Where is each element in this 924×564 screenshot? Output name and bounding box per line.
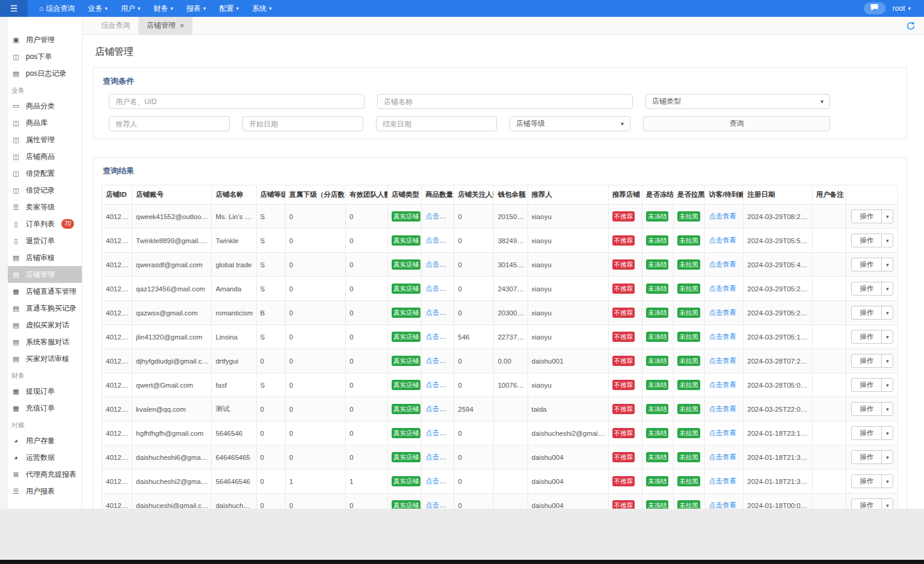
action-button[interactable]: 操作 ▾ — [851, 234, 893, 247]
sidebar-item[interactable]: ▤ 店铺审核 — [8, 249, 82, 266]
caret-down-icon[interactable]: ▾ — [881, 210, 893, 223]
username-input[interactable] — [109, 94, 365, 109]
sidebar-item[interactable]: ◫ 属性管理 — [8, 131, 82, 148]
tab[interactable]: 店铺管理 × — [138, 17, 192, 35]
sidebar-item[interactable]: ▯ 退货订单 — [8, 232, 82, 249]
sidebar-item[interactable]: ◫ pos下单 — [8, 48, 82, 65]
action-button[interactable]: 操作 ▾ — [851, 354, 893, 368]
end-date-input[interactable] — [376, 116, 497, 131]
sidebar-item[interactable]: ☰ 卖家等级 — [8, 199, 82, 215]
sidebar-item[interactable]: ▤ 虚拟买家对话 — [8, 317, 82, 333]
caret-down-icon[interactable]: ▾ — [881, 403, 893, 415]
goods-view-link[interactable]: 点击查看 — [425, 381, 453, 388]
action-button[interactable]: 操作 ▾ — [851, 209, 893, 223]
goods-view-link[interactable]: 点击查看 — [425, 429, 453, 436]
sidebar-item[interactable]: ☰ 用户报表 — [8, 483, 82, 500]
sidebar-item[interactable]: ◕ 运营数据 — [8, 449, 82, 466]
shop-type-select[interactable]: 店铺类型 ▾ — [645, 94, 830, 109]
caret-down-icon[interactable]: ▾ — [881, 379, 893, 391]
sidebar-item[interactable]: ▭ 商品分类 — [8, 98, 82, 114]
visitors-view-link[interactable]: 点击查看 — [709, 357, 736, 364]
sidebar-item[interactable]: ▯ 订单列表 70 — [8, 215, 82, 232]
caret-down-icon[interactable]: ▾ — [881, 475, 893, 488]
user-menu[interactable]: root ▾ — [893, 4, 911, 13]
action-button[interactable]: 操作 ▾ — [851, 258, 893, 271]
caret-down-icon[interactable]: ▾ — [881, 451, 893, 463]
sidebar-item[interactable]: ◫ 店铺商品 — [8, 148, 82, 165]
caret-down-icon[interactable]: ▾ — [881, 282, 893, 295]
sidebar-item[interactable]: ⊞ 代理商充提报表 — [8, 466, 82, 483]
action-button[interactable]: 操作 ▾ — [851, 402, 893, 416]
shop-name-input[interactable] — [377, 94, 633, 109]
caret-down-icon[interactable]: ▾ — [881, 427, 893, 439]
goods-view-link[interactable]: 点击查看 — [425, 453, 453, 460]
close-icon[interactable]: × — [180, 22, 184, 30]
action-button[interactable]: 操作 ▾ — [851, 282, 893, 296]
goods-view-link[interactable]: 点击查看 — [425, 285, 453, 292]
visitors-view-link[interactable]: 点击查看 — [709, 405, 736, 412]
visitors-view-link[interactable]: 点击查看 — [709, 237, 736, 244]
search-button[interactable]: 查询 — [643, 116, 830, 131]
action-button[interactable]: 操作 ▾ — [851, 474, 893, 488]
goods-view-link[interactable]: 点击查看 — [425, 212, 453, 220]
cell-team-count: 0 — [345, 445, 387, 469]
sidebar-item[interactable]: ▤ 买家对话审核 — [8, 350, 82, 367]
sidebar-item[interactable]: ▦ 充值订单 — [8, 400, 82, 417]
start-date-input[interactable] — [242, 116, 363, 131]
top-menu-item[interactable]: 系统 ▾ — [245, 0, 279, 17]
visitors-view-link[interactable]: 点击查看 — [709, 261, 736, 268]
visitors-view-link[interactable]: 点击查看 — [709, 477, 736, 485]
referrer-input[interactable] — [109, 116, 230, 131]
sidebar-item[interactable]: ◕ 用户存量 — [8, 432, 82, 449]
action-button[interactable]: 操作 ▾ — [851, 330, 893, 344]
caret-down-icon[interactable]: ▾ — [881, 258, 893, 271]
caret-down-icon[interactable]: ▾ — [881, 330, 893, 343]
sidebar-item[interactable]: ▣ 用户管理 — [8, 31, 82, 48]
action-button[interactable]: 操作 ▾ — [851, 378, 893, 392]
shop-level-select[interactable]: 店铺等级 ▾ — [510, 116, 630, 131]
visitors-view-link[interactable]: 点击查看 — [709, 212, 736, 220]
visitors-view-link[interactable]: 点击查看 — [709, 501, 736, 509]
action-button[interactable]: 操作 ▾ — [851, 450, 893, 464]
goods-view-link[interactable]: 点击查看 — [425, 237, 453, 244]
caret-down-icon[interactable]: ▾ — [881, 234, 893, 247]
sidebar-item[interactable]: ◫ 借贷配置 — [8, 165, 82, 182]
visitors-view-link[interactable]: 点击查看 — [709, 285, 736, 292]
chat-button[interactable] — [864, 2, 886, 14]
visitors-view-link[interactable]: 点击查看 — [709, 309, 736, 316]
sidebar-item[interactable]: ▤ 直通车购买记录 — [8, 300, 82, 317]
sidebar-item[interactable]: ▦ 提现订单 — [8, 383, 82, 400]
sidebar-item[interactable]: ◫ 借贷记录 — [8, 182, 82, 199]
sidebar-item[interactable]: ▤ 系统客服对话 — [8, 333, 82, 350]
goods-view-link[interactable]: 点击查看 — [425, 405, 453, 412]
sidebar-item[interactable]: ▤ pos日志记录 — [8, 65, 82, 82]
visitors-view-link[interactable]: 点击查看 — [709, 381, 736, 388]
sidebar-item[interactable]: ▤ 店铺管理 — [8, 266, 82, 283]
action-button[interactable]: 操作 ▾ — [851, 306, 893, 320]
caret-down-icon[interactable]: ▾ — [881, 355, 893, 367]
goods-view-link[interactable]: 点击查看 — [425, 309, 453, 316]
sidebar-item[interactable]: ◫ 商品库 — [8, 114, 82, 131]
visitors-view-link[interactable]: 点击查看 — [709, 429, 736, 436]
goods-view-link[interactable]: 点击查看 — [425, 261, 453, 268]
caret-down-icon[interactable]: ▾ — [881, 306, 893, 319]
visitors-view-link[interactable]: 点击查看 — [709, 333, 736, 340]
sidebar-item[interactable]: ▦ 店铺直通车管理 — [8, 283, 82, 300]
refresh-button[interactable] — [906, 21, 916, 31]
goods-view-link[interactable]: 点击查看 — [425, 357, 453, 364]
top-menu-item[interactable]: 业务 ▾ — [81, 0, 114, 17]
top-menu-item[interactable]: 配置 ▾ — [212, 0, 245, 17]
top-menu-item[interactable]: 用户 ▾ — [114, 0, 147, 17]
goods-view-link[interactable]: 点击查看 — [425, 333, 453, 340]
tab[interactable]: 综合查询 × — [93, 17, 138, 35]
goods-view-link[interactable]: 点击查看 — [425, 477, 453, 485]
action-button[interactable]: 操作 ▾ — [851, 498, 893, 509]
top-menu-item[interactable]: 财务 ▾ — [147, 0, 180, 17]
visitors-view-link[interactable]: 点击查看 — [709, 453, 736, 460]
caret-down-icon[interactable]: ▾ — [881, 499, 893, 509]
top-menu-item[interactable]: ⌂ 综合查询 ▾ — [32, 0, 81, 17]
sidebar-toggle-button[interactable]: ☰ — [0, 0, 28, 17]
goods-view-link[interactable]: 点击查看 — [425, 501, 453, 509]
action-button[interactable]: 操作 ▾ — [851, 426, 893, 440]
top-menu-item[interactable]: 报表 ▾ — [180, 0, 213, 17]
